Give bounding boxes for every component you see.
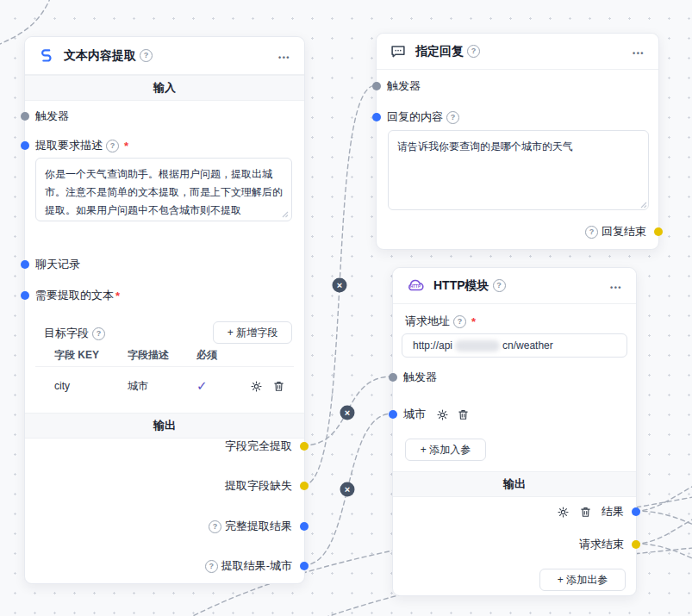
input-port[interactable] xyxy=(372,82,381,90)
connection-delete-button[interactable]: × xyxy=(340,482,355,497)
input-section-header: 输入 xyxy=(25,75,304,101)
trash-icon[interactable] xyxy=(272,380,285,393)
output-port[interactable] xyxy=(300,562,309,570)
row-output-result: 结果 xyxy=(393,500,636,524)
add-input-param-button[interactable]: + 添加入参 xyxy=(405,439,486,461)
more-menu-icon[interactable] xyxy=(277,47,292,65)
chat-history-label: 聊天记录 xyxy=(35,257,80,272)
row-output-full-result: 完整提取结果 xyxy=(25,514,304,538)
row-reply-content: 回复的内容 xyxy=(377,105,658,129)
add-field-button[interactable]: + 新增字段 xyxy=(213,321,292,344)
help-icon xyxy=(453,315,466,328)
input-port[interactable] xyxy=(21,141,29,150)
connection-delete-button[interactable]: × xyxy=(333,278,347,293)
output-port[interactable] xyxy=(632,540,640,549)
resize-handle-icon[interactable] xyxy=(639,200,647,208)
node-http-module[interactable]: HTTP HTTP模块 请求地址 * http://api cn/weather… xyxy=(392,267,637,596)
row-output-fields-missing: 提取字段缺失 xyxy=(25,474,304,498)
input-port[interactable] xyxy=(21,291,29,300)
input-port[interactable] xyxy=(372,113,381,121)
trigger-label: 触发器 xyxy=(387,78,421,94)
output-label: 提取结果-城市 xyxy=(221,558,292,574)
help-icon xyxy=(467,45,480,58)
content-extract-icon xyxy=(37,47,56,65)
node-header[interactable]: 文本内容提取 xyxy=(25,37,304,75)
extract-requirement-textarea[interactable]: 你是一个天气查询助手。根据用户问题，提取出城市。注意不是简单的文本提取，而是上下… xyxy=(35,158,292,221)
trash-icon[interactable] xyxy=(579,506,592,519)
reply-content-textarea[interactable]: 请告诉我你要查询的是哪个城市的天气 xyxy=(388,130,649,210)
speech-bubble-icon xyxy=(389,42,408,61)
output-label: 完整提取结果 xyxy=(225,519,292,534)
http-cloud-icon: HTTP xyxy=(405,276,426,296)
row-chat-history: 聊天记录 xyxy=(25,252,304,277)
more-menu-icon[interactable] xyxy=(608,277,624,296)
add-output-param-button[interactable]: + 添加出参 xyxy=(539,569,626,591)
output-port[interactable] xyxy=(300,482,309,490)
url-prefix: http://api xyxy=(413,339,452,352)
node-header[interactable]: HTTP HTTP模块 xyxy=(393,268,636,304)
row-trigger: 触发器 xyxy=(25,104,304,128)
url-suffix: cn/weather xyxy=(502,339,553,352)
target-fields-table: 字段 KEY 字段描述 必须 city 城市 xyxy=(35,344,294,405)
field-desc-cell: 城市 xyxy=(128,379,196,394)
flow-canvas[interactable]: 文本内容提取 输入 触发器 提取要求描述 * 你是一个天气查询助手。根据用户问题… xyxy=(0,0,692,616)
output-label: 结果 xyxy=(602,504,624,520)
output-label: 请求结束 xyxy=(579,537,624,552)
col-header-desc: 字段描述 xyxy=(128,348,196,363)
target-fields-label: 目标字段 xyxy=(44,326,89,341)
input-port[interactable] xyxy=(389,373,397,382)
trash-icon[interactable] xyxy=(457,408,470,421)
output-label: 字段完全提取 xyxy=(225,439,292,454)
row-output-fields-complete: 字段完全提取 xyxy=(25,434,304,458)
row-request-url: 请求地址 * xyxy=(393,309,636,333)
table-row: city 城市 xyxy=(35,366,294,405)
required-check-icon[interactable] xyxy=(196,378,240,394)
input-port[interactable] xyxy=(21,260,29,269)
gear-icon[interactable] xyxy=(557,506,570,519)
help-icon xyxy=(585,226,598,239)
field-key-cell: city xyxy=(35,380,128,392)
output-label: 回复结束 xyxy=(602,224,646,240)
gear-icon[interactable] xyxy=(436,408,449,421)
wire-http-result-out-2 xyxy=(635,511,692,527)
node-header[interactable]: 指定回复 xyxy=(377,34,658,70)
row-param-city: 城市 xyxy=(393,402,636,426)
wire-http-finish-out-1 xyxy=(635,515,692,544)
output-port[interactable] xyxy=(300,522,309,531)
row-trigger: 触发器 xyxy=(377,74,658,98)
row-output-result-city: 提取结果-城市 xyxy=(25,554,304,578)
request-url-input[interactable]: http://api cn/weather xyxy=(402,333,627,358)
svg-text:HTTP: HTTP xyxy=(410,284,421,289)
row-output-request-finish: 请求结束 xyxy=(393,532,636,557)
node-content-extract[interactable]: 文本内容提取 输入 触发器 提取要求描述 * 你是一个天气查询助手。根据用户问题… xyxy=(24,36,305,584)
col-header-required: 必须 xyxy=(196,348,240,363)
node-specified-reply[interactable]: 指定回复 触发器 回复的内容 请告诉我你要查询的是哪个城市的天气 回复结束 xyxy=(376,33,659,250)
output-section-header: 输出 xyxy=(393,471,636,497)
help-icon xyxy=(106,140,119,152)
connection-delete-button[interactable]: × xyxy=(340,406,355,420)
resize-handle-icon[interactable] xyxy=(280,209,289,218)
input-port[interactable] xyxy=(389,410,397,419)
node-title: HTTP模块 xyxy=(433,278,489,294)
input-port[interactable] xyxy=(21,112,29,121)
node-title: 指定回复 xyxy=(415,44,464,59)
output-port[interactable] xyxy=(654,227,663,236)
source-text-label: 需要提取的文本 xyxy=(35,288,114,303)
output-port[interactable] xyxy=(300,442,309,451)
help-icon xyxy=(205,560,218,573)
help-icon xyxy=(446,111,459,124)
col-header-key: 字段 KEY xyxy=(35,348,128,363)
table-header-row: 字段 KEY 字段描述 必须 xyxy=(35,344,294,366)
redacted-text xyxy=(455,340,500,352)
help-icon xyxy=(493,279,506,292)
output-port[interactable] xyxy=(632,507,640,516)
param-city-label: 城市 xyxy=(403,407,426,422)
row-source-text: 需要提取的文本 * xyxy=(25,283,304,308)
more-menu-icon[interactable] xyxy=(631,42,646,61)
gear-icon[interactable] xyxy=(250,380,263,393)
extract-requirement-label: 提取要求描述 xyxy=(35,138,103,153)
reply-content-label: 回复的内容 xyxy=(387,109,443,125)
row-trigger: 触发器 xyxy=(393,365,636,389)
trigger-label: 触发器 xyxy=(35,109,69,124)
trigger-label: 触发器 xyxy=(403,370,437,385)
